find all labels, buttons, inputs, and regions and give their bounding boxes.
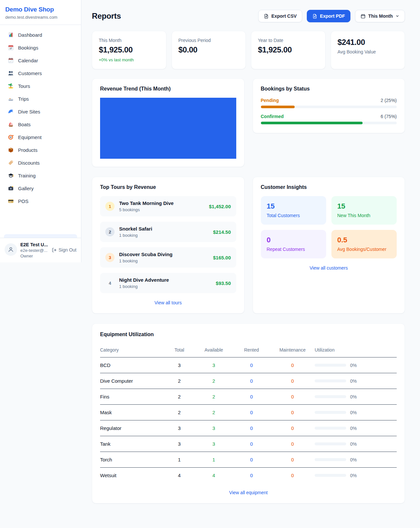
user-name: E2E Test U...: [20, 242, 48, 247]
sign-out-icon: [52, 248, 57, 253]
utilization-bar: [315, 474, 346, 477]
status-progress-fill: [261, 106, 295, 108]
insight-tile-total-customers: 15 Total Customers: [261, 196, 326, 225]
sidebar-item-pos[interactable]: POS: [4, 195, 77, 207]
stat-label-below: Avg Booking Value: [338, 49, 398, 54]
utilization-bar: [315, 427, 346, 430]
status-progress-fill: [261, 122, 363, 124]
stat-label: This Month: [99, 38, 159, 43]
sidebar-item-products[interactable]: Products: [4, 144, 77, 156]
period-dropdown[interactable]: This Month: [355, 10, 405, 22]
bookings-by-status-title: Bookings by Status: [261, 86, 397, 92]
insight-tile-new-this-month: 15 New This Month: [331, 196, 397, 225]
people-icon: [8, 70, 14, 76]
tour-row[interactable]: 2 Snorkel Safari 1 booking $214.50: [100, 222, 236, 242]
sidebar-item-label: Gallery: [18, 186, 34, 191]
period-label: This Month: [368, 13, 393, 19]
sidebar-item-boats[interactable]: Boats: [4, 118, 77, 130]
table-row: Regulator 3 3 0 0 0%: [100, 420, 397, 436]
cell-rented: 0: [233, 420, 270, 436]
sidebar-item-label: Tours: [18, 83, 30, 89]
table-row: Torch 1 1 0 0 0%: [100, 452, 397, 468]
cell-total: 3: [164, 420, 195, 436]
cell-total: 3: [164, 357, 195, 373]
tour-amount: $1,452.00: [206, 204, 231, 209]
sidebar-item-tours[interactable]: Tours: [4, 80, 77, 92]
revenue-trend-chart: [100, 98, 236, 159]
column-header-available: Available: [195, 343, 233, 357]
sidebar-item-label: Products: [18, 147, 37, 153]
table-row: Wetsuit 4 4 0 0 0%: [100, 468, 397, 483]
column-header-rented: Rented: [233, 343, 270, 357]
cell-available: 3: [195, 436, 233, 452]
column-header-category: Category: [100, 343, 164, 357]
status-label: Pending: [261, 98, 279, 103]
stat-value: $241.00: [338, 38, 398, 47]
insight-value: 0.5: [337, 236, 391, 244]
sidebar-item-label: Calendar: [18, 58, 38, 63]
tour-name: Discover Scuba Diving: [119, 252, 173, 257]
rank-badge: 4: [105, 278, 115, 288]
sidebar-item-gallery[interactable]: Gallery: [4, 182, 77, 194]
tour-bookings: 1 booking: [119, 284, 169, 289]
tour-bookings: 5 bookings: [119, 207, 174, 212]
stat-cards-row: This Month $1,925.00 +0% vs last month P…: [92, 31, 405, 69]
export-pdf-label: Export PDF: [320, 13, 345, 19]
user-email: e2e-tester@...: [20, 248, 48, 253]
insight-label: Repeat Customers: [267, 247, 320, 252]
cell-available: 3: [195, 357, 233, 373]
view-all-customers-link[interactable]: View all customers: [261, 265, 397, 271]
utilization-label: 0%: [350, 473, 357, 478]
sidebar-item-reports-active-partial[interactable]: [4, 234, 77, 238]
sidebar-item-label: Dive Sites: [18, 109, 40, 114]
chevron-down-icon: [395, 14, 399, 18]
view-all-tours-link[interactable]: View all tours: [100, 300, 236, 305]
user-role: Owner: [20, 254, 48, 258]
sidebar-item-customers[interactable]: Customers: [4, 67, 77, 79]
svg-text:17: 17: [10, 47, 12, 50]
tour-row[interactable]: 1 Two Tank Morning Dive 5 bookings $1,45…: [100, 196, 236, 216]
sidebar-item-training[interactable]: Training: [4, 170, 77, 181]
cell-available: 2: [195, 389, 233, 405]
cell-total: 2: [164, 373, 195, 389]
file-download-icon: [312, 14, 317, 19]
shop-name[interactable]: Demo Dive Shop: [5, 6, 76, 13]
cell-rented: 0: [233, 468, 270, 483]
rank-badge: 3: [105, 253, 115, 262]
cell-rented: 0: [233, 436, 270, 452]
cell-maintenance: 0: [270, 468, 315, 483]
sidebar-item-bookings[interactable]: 17 Bookings: [4, 42, 77, 53]
status-progress-track: [261, 122, 397, 124]
rank-badge: 1: [105, 202, 115, 211]
sidebar-item-label: POS: [18, 198, 29, 204]
sidebar-item-discounts[interactable]: Discounts: [4, 157, 77, 169]
sailboat-icon: [8, 121, 14, 127]
tour-row[interactable]: 3 Discover Scuba Diving 1 booking $165.0…: [100, 247, 236, 268]
export-csv-button[interactable]: Export CSV: [258, 10, 302, 22]
column-header-maintenance: Maintenance: [270, 343, 315, 357]
sidebar-item-dive-sites[interactable]: Dive Sites: [4, 106, 77, 117]
export-pdf-button[interactable]: Export PDF: [307, 10, 350, 22]
insight-value: 15: [267, 202, 320, 211]
sidebar-item-dashboard[interactable]: Dashboard: [4, 29, 77, 41]
cell-rented: 0: [233, 405, 270, 420]
cell-total: 4: [164, 468, 195, 483]
utilization-bar: [315, 379, 346, 382]
package-icon: [8, 147, 14, 153]
shop-domain: demo.test.divestreams.com: [5, 15, 76, 20]
sign-out-button[interactable]: Sign Out: [52, 247, 76, 253]
tour-row[interactable]: 4 Night Dive Adventure 1 booking $93.50: [100, 273, 236, 293]
top-tours-title: Top Tours by Revenue: [100, 184, 236, 190]
page-title: Reports: [92, 11, 121, 21]
status-label: Confirmed: [261, 114, 284, 119]
sidebar-item-trips[interactable]: Trips: [4, 93, 77, 105]
equipment-utilization-card: Equipment Utilization Category Total Ava…: [92, 323, 405, 503]
view-all-equipment-link[interactable]: View all equipment: [100, 490, 397, 495]
customer-insights-title: Customer Insights: [261, 184, 397, 190]
sidebar-item-equipment[interactable]: Equipment: [4, 131, 77, 143]
calendar-icon: [361, 14, 366, 19]
cell-available: 1: [195, 452, 233, 468]
cell-maintenance: 0: [270, 357, 315, 373]
revenue-trend-card: Revenue Trend (This Month): [92, 78, 244, 167]
sidebar-item-calendar[interactable]: Calendar: [4, 54, 77, 66]
